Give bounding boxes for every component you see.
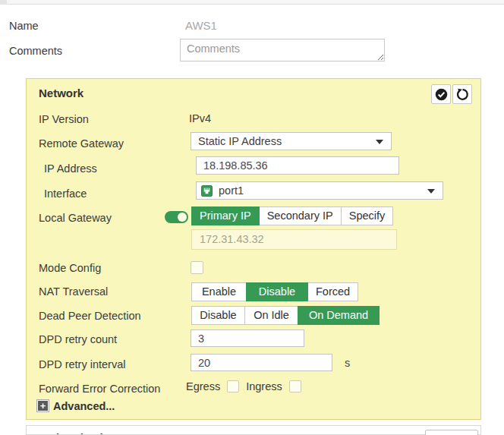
segment-specify[interactable]: Specify bbox=[341, 206, 394, 225]
authentication-section: Authentication bbox=[26, 425, 481, 435]
network-section-title: Network bbox=[39, 87, 83, 99]
fec-controls: Egress Ingress bbox=[186, 380, 301, 392]
dpd-segments: Disable On Idle On Demand bbox=[191, 306, 380, 325]
plus-icon: + bbox=[36, 399, 49, 412]
toolbar-edge bbox=[0, 0, 504, 5]
dpd-retry-count-label: DPD retry count bbox=[39, 333, 117, 345]
authentication-edit-button[interactable] bbox=[425, 430, 478, 435]
chevron-down-icon bbox=[376, 140, 383, 144]
segment-forced[interactable]: Forced bbox=[307, 282, 358, 301]
name-value: AWS1 bbox=[185, 19, 217, 32]
network-section: Network IP Version IPv4 Remote Gateway S… bbox=[26, 78, 481, 420]
chevron-down-icon bbox=[427, 189, 435, 194]
local-gateway-label: Local Gateway bbox=[39, 212, 112, 224]
seconds-unit-label: s bbox=[345, 357, 350, 369]
ip-address-input[interactable] bbox=[196, 156, 399, 175]
ingress-checkbox[interactable] bbox=[289, 380, 301, 392]
interface-label: Interface bbox=[44, 188, 87, 200]
advanced-label: Advanced... bbox=[53, 400, 115, 412]
comments-label: Comments bbox=[9, 45, 62, 57]
forward-error-correction-label: Forward Error Correction bbox=[39, 383, 160, 395]
segment-dpd-disable[interactable]: Disable bbox=[191, 306, 245, 325]
dpd-retry-count-input[interactable] bbox=[191, 329, 304, 347]
egress-checkbox[interactable] bbox=[227, 380, 239, 392]
interface-selected: port1 bbox=[197, 182, 443, 199]
segment-on-demand[interactable]: On Demand bbox=[298, 306, 380, 325]
segment-enable[interactable]: Enable bbox=[191, 282, 247, 301]
segment-primary-ip[interactable]: Primary IP bbox=[191, 206, 260, 225]
dpd-retry-interval-input[interactable] bbox=[191, 354, 332, 371]
ingress-label: Ingress bbox=[246, 380, 282, 392]
remote-gateway-label: Remote Gateway bbox=[39, 137, 124, 150]
dpd-retry-interval-label: DPD retry interval bbox=[39, 358, 125, 370]
local-gateway-ip-input: 172.31.43.32 bbox=[191, 229, 397, 250]
accept-button[interactable] bbox=[431, 84, 451, 104]
ip-version-value: IPv4 bbox=[189, 112, 211, 125]
segment-on-idle[interactable]: On Idle bbox=[244, 306, 298, 325]
ethernet-port-icon bbox=[201, 185, 213, 197]
comments-input[interactable] bbox=[180, 39, 385, 61]
toggle-knob bbox=[178, 213, 187, 222]
egress-label: Egress bbox=[186, 380, 220, 392]
remote-gateway-selected: Static IP Address bbox=[191, 133, 391, 150]
name-label: Name bbox=[9, 20, 39, 32]
ip-version-label: IP Version bbox=[39, 113, 89, 125]
authentication-section-title: Authentication bbox=[37, 431, 117, 435]
ip-address-label: IP Address bbox=[44, 162, 97, 175]
toolbar-notch bbox=[0, 0, 7, 5]
revert-button[interactable] bbox=[452, 84, 472, 104]
mode-config-checkbox[interactable] bbox=[191, 261, 203, 274]
check-circle-icon bbox=[435, 88, 448, 101]
segment-disable[interactable]: Disable bbox=[246, 282, 308, 301]
advanced-expander[interactable]: + Advanced... bbox=[36, 399, 115, 412]
segment-secondary-ip[interactable]: Secondary IP bbox=[259, 206, 342, 225]
nat-traversal-segments: Enable Disable Forced bbox=[191, 282, 358, 301]
nat-traversal-label: NAT Traversal bbox=[39, 285, 108, 298]
dead-peer-detection-label: Dead Peer Detection bbox=[39, 310, 141, 322]
local-gateway-toggle[interactable] bbox=[165, 211, 188, 223]
undo-icon bbox=[456, 88, 469, 101]
remote-gateway-select[interactable]: Static IP Address bbox=[191, 132, 392, 150]
local-gateway-segments: Primary IP Secondary IP Specify bbox=[191, 206, 393, 225]
mode-config-label: Mode Config bbox=[39, 262, 101, 274]
interface-select[interactable]: port1 bbox=[196, 181, 443, 200]
